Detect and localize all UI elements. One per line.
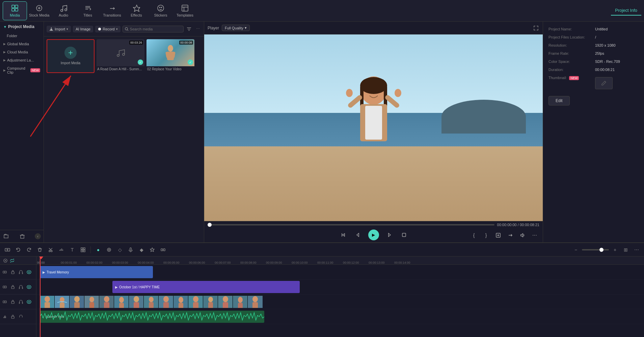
nav-transitions[interactable]: Transitions xyxy=(100,1,124,20)
audio-track[interactable]: ♪ Summer Time xyxy=(40,311,264,323)
cut-btn[interactable] xyxy=(46,245,55,255)
timeline-settings-btn[interactable]: ⋯ xyxy=(632,245,641,255)
step-fwd-btn[interactable] xyxy=(384,230,394,240)
add-track-left-btn[interactable] xyxy=(2,257,9,264)
quality-select[interactable]: Full Quality ▾ xyxy=(222,25,250,31)
track3-lock-btn[interactable] xyxy=(9,298,16,305)
track2-audio-btn[interactable] xyxy=(18,284,24,290)
sidebar-item-adjustment[interactable]: ▶ Adjustment La... xyxy=(0,56,44,64)
mic-btn[interactable] xyxy=(126,245,135,255)
ai-image-button[interactable]: AI Image xyxy=(73,26,93,32)
progress-track[interactable] xyxy=(208,224,494,225)
nav-media[interactable]: Media xyxy=(3,1,27,20)
import-button[interactable]: Import ▾ xyxy=(47,26,71,32)
link-tracks-btn[interactable] xyxy=(9,257,16,264)
nav-titles[interactable]: Titles xyxy=(76,1,100,20)
project-info-tab[interactable]: Project Info xyxy=(611,6,641,16)
add-folder-btn[interactable] xyxy=(3,233,9,240)
marker-btn[interactable]: ◇ xyxy=(115,245,125,255)
delete-btn[interactable] xyxy=(19,233,26,240)
more-controls-btn[interactable]: ⋯ xyxy=(530,231,539,240)
skip-back-btn[interactable] xyxy=(339,230,348,240)
nav-stock-media[interactable]: Stock Media xyxy=(27,1,51,20)
search-input[interactable] xyxy=(130,27,181,31)
nav-templates[interactable]: Templates xyxy=(173,1,197,20)
undo-btn[interactable] xyxy=(14,245,23,255)
video-thumbnail: 00:00:08 ✓ xyxy=(146,39,194,66)
delete-clip-btn[interactable] xyxy=(35,245,45,255)
record-active-btn[interactable]: ● xyxy=(93,245,103,255)
track4-add-btn[interactable] xyxy=(1,313,8,320)
zoom-thumb xyxy=(599,248,603,252)
insert-btn[interactable] xyxy=(493,231,503,240)
media-item-music[interactable]: 00:03:26 ✓ A Road Down A Hill - Summ... xyxy=(97,39,144,73)
track3-eye-btn[interactable] xyxy=(26,298,32,305)
sidebar-item-global-media[interactable]: ▶ Global Media xyxy=(0,40,44,48)
svg-point-102 xyxy=(238,297,243,303)
snap-btn[interactable] xyxy=(104,245,114,255)
nav-audio[interactable]: Audio xyxy=(51,1,76,20)
text-btn[interactable]: T xyxy=(68,245,77,255)
svg-point-99 xyxy=(223,296,228,302)
media-item-video[interactable]: 00:00:08 ✓ 02 Replace Your Video xyxy=(146,39,194,73)
track1-lock-btn[interactable] xyxy=(9,269,16,275)
thumbnail-new-badge: NEW xyxy=(569,76,579,80)
track1-audio-btn[interactable] xyxy=(18,269,24,275)
thumbnail-preview xyxy=(595,77,613,89)
svg-rect-91 xyxy=(179,303,183,308)
track4-vol-btn[interactable] xyxy=(18,313,24,320)
zoom-slider[interactable] xyxy=(582,249,609,250)
track2-add-btn[interactable] xyxy=(1,284,8,290)
grid-view-btn[interactable]: ⊞ xyxy=(621,245,630,255)
track1-eye-btn[interactable] xyxy=(26,269,32,275)
current-time: 00:00:00:00 / 00:00:08:21 xyxy=(497,223,539,227)
track3-audio-btn[interactable] xyxy=(18,298,24,305)
zoom-out-btn[interactable]: − xyxy=(571,245,581,255)
keyframe-btn[interactable]: ◆ xyxy=(137,245,146,255)
svg-point-13 xyxy=(98,28,101,30)
split-btn[interactable] xyxy=(158,245,168,255)
mark-out-btn[interactable]: } xyxy=(481,231,491,240)
fullscreen-icon[interactable] xyxy=(533,25,539,31)
track2-lock-btn[interactable] xyxy=(9,284,16,290)
track2-clip[interactable]: ▶ October 1st / HAPPY TIME xyxy=(112,281,300,293)
import-media-item[interactable]: + Import Media xyxy=(47,39,95,73)
group-btn[interactable] xyxy=(78,245,88,255)
project-name-label: Project Name: xyxy=(548,27,592,31)
nav-effects[interactable]: Effects xyxy=(124,1,149,20)
volume-btn[interactable] xyxy=(518,231,527,240)
zoom-in-btn[interactable]: + xyxy=(610,245,620,255)
sidebar-item-cloud-media[interactable]: ▶ Cloud Media xyxy=(0,48,44,56)
video-duration-badge: 00:00:08 xyxy=(179,41,193,45)
redo-btn[interactable] xyxy=(24,245,34,255)
edit-button[interactable]: Edit xyxy=(548,96,570,105)
svg-rect-61 xyxy=(11,316,14,318)
fullscreen-btn[interactable] xyxy=(399,230,409,240)
track4-lock-btn[interactable] xyxy=(9,313,16,320)
music-thumbnail: 00:03:26 ✓ xyxy=(97,39,144,66)
svg-point-15 xyxy=(117,54,119,56)
svg-point-16 xyxy=(123,53,125,55)
track2-eye-btn[interactable] xyxy=(26,284,32,290)
svg-rect-100 xyxy=(223,302,228,308)
record-button[interactable]: Record ▾ xyxy=(95,26,120,32)
track1-add-btn[interactable] xyxy=(1,269,8,275)
sidebar-item-folder[interactable]: Folder xyxy=(0,32,44,40)
sidebar-item-compound-clip[interactable]: ▶ Compound Clip NEW xyxy=(0,64,44,76)
track3-add-btn[interactable] xyxy=(1,298,8,305)
play-button[interactable]: ▶ xyxy=(368,230,379,240)
project-name-row: Project Name: Untitled xyxy=(548,27,639,31)
collapse-panel-btn[interactable]: ‹ xyxy=(35,233,41,239)
filter-btn[interactable] xyxy=(186,26,192,32)
add-track-btn[interactable] xyxy=(3,245,12,255)
svg-point-9 xyxy=(160,7,160,8)
append-btn[interactable] xyxy=(506,231,515,240)
step-back-btn[interactable] xyxy=(353,230,363,240)
effect-btn[interactable] xyxy=(147,245,157,255)
track1-clip[interactable]: ▶ Travel Memory xyxy=(40,266,153,278)
video-filmstrip[interactable] xyxy=(40,296,264,308)
more-btn[interactable]: ⋯ xyxy=(194,26,201,32)
mark-in-btn[interactable]: { xyxy=(469,231,479,240)
audio-detach-btn[interactable] xyxy=(57,245,66,255)
nav-stickers[interactable]: Stickers xyxy=(149,1,173,20)
